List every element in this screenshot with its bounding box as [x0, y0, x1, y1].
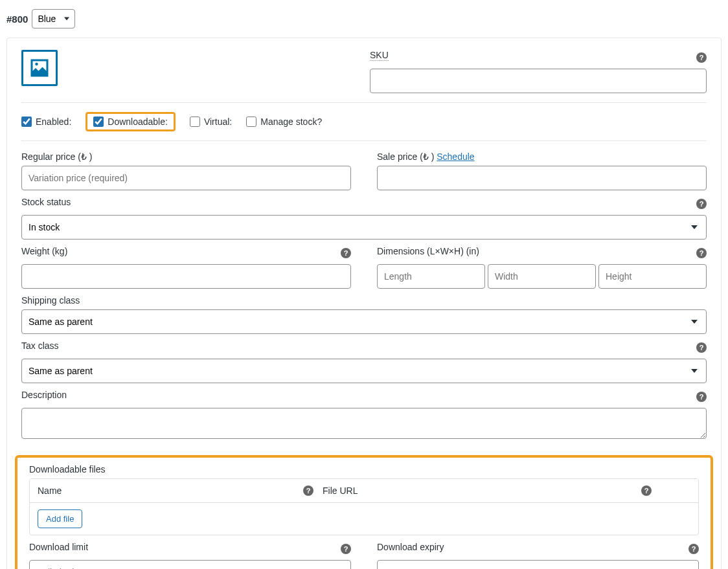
- manage-stock-checkbox-wrap[interactable]: Manage stock?: [246, 117, 322, 127]
- virtual-label: Virtual:: [204, 117, 232, 127]
- variation-id: #800: [6, 14, 28, 25]
- download-limit-label: Download limit: [29, 542, 88, 552]
- sale-price-input[interactable]: [377, 166, 707, 190]
- shipping-class-select[interactable]: Same as parent: [21, 309, 707, 334]
- downloadable-checkbox-wrap[interactable]: Downloadable:: [93, 117, 168, 127]
- stock-status-select[interactable]: In stock: [21, 215, 707, 240]
- shipping-class-label: Shipping class: [21, 295, 707, 306]
- enabled-checkbox[interactable]: [21, 117, 32, 127]
- help-icon[interactable]: ?: [696, 52, 707, 63]
- height-input[interactable]: [598, 264, 707, 289]
- enabled-label: Enabled:: [36, 117, 71, 127]
- description-label: Description: [21, 390, 67, 400]
- sku-label: SKU: [370, 50, 389, 61]
- downloadable-highlight: Downloadable:: [85, 112, 176, 131]
- tax-class-label: Tax class: [21, 340, 59, 351]
- description-textarea[interactable]: [21, 408, 707, 439]
- downloadable-files-label: Downloadable files: [29, 464, 699, 474]
- regular-price-input[interactable]: [21, 166, 351, 190]
- help-icon[interactable]: ?: [696, 248, 707, 258]
- weight-input[interactable]: [21, 264, 351, 289]
- length-input[interactable]: [377, 264, 485, 289]
- download-expiry-label: Download expiry: [377, 542, 444, 552]
- tax-class-select[interactable]: Same as parent: [21, 359, 707, 383]
- sale-price-label: Sale price (₺ ): [377, 151, 434, 162]
- manage-stock-checkbox[interactable]: [246, 117, 256, 127]
- downloadable-section-highlight: Downloadable files Name ? File URL ? Add…: [15, 455, 713, 569]
- downloadable-checkbox[interactable]: [93, 117, 104, 127]
- virtual-checkbox[interactable]: [190, 117, 200, 127]
- download-expiry-input[interactable]: [377, 560, 699, 569]
- virtual-checkbox-wrap[interactable]: Virtual:: [190, 117, 232, 127]
- help-icon[interactable]: ?: [688, 544, 699, 554]
- image-icon: [28, 56, 51, 80]
- weight-label: Weight (kg): [21, 246, 67, 256]
- regular-price-label: Regular price (₺ ): [21, 151, 351, 162]
- sku-input[interactable]: [370, 69, 707, 93]
- help-icon[interactable]: ?: [696, 342, 707, 353]
- variation-image-placeholder[interactable]: [21, 50, 58, 86]
- stock-status-label: Stock status: [21, 197, 71, 207]
- help-icon[interactable]: ?: [341, 248, 351, 258]
- file-url-column: File URL: [323, 485, 358, 496]
- downloadable-label: Downloadable:: [108, 117, 168, 127]
- attribute-select[interactable]: Blue: [32, 9, 75, 28]
- help-icon[interactable]: ?: [303, 485, 313, 496]
- manage-stock-label: Manage stock?: [260, 117, 322, 127]
- help-icon[interactable]: ?: [641, 485, 652, 496]
- file-name-column: Name: [38, 485, 62, 496]
- width-input[interactable]: [488, 264, 596, 289]
- help-icon[interactable]: ?: [696, 199, 707, 209]
- schedule-link[interactable]: Schedule: [437, 151, 474, 162]
- enabled-checkbox-wrap[interactable]: Enabled:: [21, 117, 71, 127]
- downloadable-files-table: Name ? File URL ? Add file: [29, 478, 699, 535]
- help-icon[interactable]: ?: [696, 392, 707, 402]
- add-file-button[interactable]: Add file: [38, 509, 82, 528]
- help-icon[interactable]: ?: [341, 544, 351, 554]
- dimensions-label: Dimensions (L×W×H) (in): [377, 246, 479, 256]
- download-limit-input[interactable]: [29, 560, 351, 569]
